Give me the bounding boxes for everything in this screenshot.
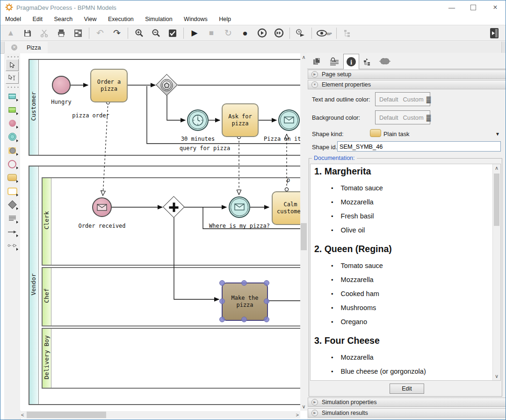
message-start-event-order-received[interactable] — [92, 197, 112, 217]
shape-kind-value[interactable]: Plain task — [383, 130, 409, 138]
tab-close-icon[interactable]: ✕ — [11, 44, 17, 51]
selection-handle[interactable] — [264, 280, 269, 286]
undo-icon[interactable]: ↶ — [93, 27, 107, 39]
panel-tab-search-text[interactable] — [326, 54, 342, 68]
documentation-viewer[interactable]: 1. Margherita Tomato sauce Mozzarella Fr… — [310, 164, 501, 381]
move-up-icon[interactable]: ▲ — [4, 27, 18, 39]
section-simulation-properties[interactable]: ▶ Simulation properties — [308, 398, 506, 407]
redo-icon[interactable]: ↷ — [110, 27, 124, 39]
selection-handle[interactable] — [241, 280, 247, 286]
task-ask-for-pizza[interactable]: Ask for pizza — [222, 103, 259, 137]
record-icon[interactable]: ● — [238, 27, 252, 39]
scroll-left-icon[interactable]: < — [21, 412, 24, 418]
panel-tab-info[interactable]: i — [343, 54, 359, 69]
scroll-up-icon[interactable]: ∧ — [300, 54, 307, 60]
shape-kind-dropdown-icon[interactable]: ▼ — [495, 131, 500, 137]
section-page-setup[interactable]: ▶ Page setup — [308, 70, 506, 79]
canvas-vscrollbar[interactable]: ∧ ∨ — [300, 53, 307, 411]
menu-windows[interactable]: Windows — [179, 14, 212, 22]
palette-lane-shape[interactable] — [5, 103, 19, 116]
palette-intermediate-event-shape[interactable] — [5, 130, 19, 144]
palette-end-event-shape[interactable] — [5, 157, 19, 171]
default-button[interactable]: Default — [379, 114, 398, 121]
maximize-button[interactable] — [466, 2, 480, 13]
step-over-icon[interactable] — [272, 27, 286, 39]
section-element-properties[interactable]: ▼ Element properties — [308, 80, 506, 89]
hscroll-thumb[interactable] — [27, 412, 106, 418]
toggle-panel-icon[interactable] — [487, 27, 501, 39]
close-button[interactable]: × — [488, 2, 502, 13]
palette-task-shape[interactable] — [5, 171, 19, 184]
text-select-tool-button[interactable] — [6, 72, 19, 84]
menu-execution[interactable]: Execution — [103, 14, 138, 22]
palette-annotation-shape[interactable] — [5, 211, 19, 225]
default-button[interactable]: Default — [379, 96, 398, 103]
menu-help[interactable]: Help — [214, 14, 236, 22]
documentation-scrollbar[interactable]: ∧ ∨ — [492, 164, 500, 380]
check-model-icon[interactable] — [166, 27, 180, 39]
selection-handle[interactable] — [241, 317, 247, 322]
palette-pool-shape[interactable] — [5, 89, 19, 103]
timed-run-icon[interactable] — [294, 27, 308, 39]
message-event-pizza-on-way[interactable] — [278, 109, 300, 131]
stop-icon[interactable]: ■ — [204, 27, 218, 39]
selection-handle[interactable] — [219, 298, 225, 304]
scroll-up-icon[interactable]: ∧ — [493, 165, 500, 171]
background-color-buttons[interactable]: Default Custom ▓ — [375, 110, 430, 124]
save-icon[interactable] — [21, 27, 35, 39]
text-outline-color-buttons[interactable]: Default Custom ▓ — [375, 92, 430, 106]
menu-edit[interactable]: Edit — [28, 14, 48, 22]
zoom-in-icon[interactable] — [132, 27, 146, 39]
selection-handle[interactable] — [264, 317, 269, 322]
edit-button[interactable]: Edit — [390, 384, 424, 394]
cut-icon[interactable] — [37, 27, 51, 39]
run-icon[interactable]: ▶ — [188, 27, 202, 39]
panel-tab-symbol[interactable] — [377, 54, 393, 68]
menu-model[interactable]: Model — [0, 14, 26, 22]
tab-pizza[interactable]: ✕ Pizza — [5, 42, 48, 53]
task-calm-customer[interactable]: Calm customer — [272, 191, 300, 225]
selection-handle[interactable] — [264, 298, 269, 304]
custom-button[interactable]: Custom — [403, 114, 424, 121]
scroll-down-icon[interactable]: ∨ — [300, 404, 307, 410]
title-bar: PragmaDev Process - BPMN Models — × — [0, 0, 506, 14]
section-simulation-results[interactable]: ▶ Simulation results — [308, 408, 506, 418]
shape-kind-swatch — [370, 129, 381, 137]
panel-tab-tree[interactable] — [360, 54, 376, 68]
timer-event-30-minutes[interactable] — [187, 109, 209, 131]
selection-handle[interactable] — [219, 280, 225, 286]
minimize-button[interactable]: — — [445, 2, 459, 13]
panel-tab-pages[interactable] — [310, 54, 325, 68]
palette-gateway-shape[interactable] — [5, 198, 19, 211]
palette-message-flow-shape[interactable] — [5, 239, 19, 252]
scroll-down-icon[interactable]: ∨ — [493, 373, 500, 379]
step-into-icon[interactable] — [255, 27, 269, 39]
palette-task-outline-shape[interactable] — [5, 184, 19, 198]
bpmn-view-icon[interactable]: BP — [316, 27, 333, 39]
zoom-out-icon[interactable] — [149, 27, 163, 39]
palette-start-event-shape[interactable] — [5, 116, 19, 130]
menu-search[interactable]: Search — [50, 14, 78, 22]
menu-simulation[interactable]: Simulation — [140, 14, 177, 22]
shape-id-input[interactable] — [337, 141, 501, 152]
vscroll-thumb[interactable] — [301, 223, 307, 250]
doc-scroll-thumb[interactable] — [494, 174, 499, 226]
print-icon[interactable] — [54, 27, 68, 39]
export-diagram-icon[interactable] — [71, 27, 85, 39]
menu-view[interactable]: View — [80, 14, 101, 22]
select-tool-button[interactable] — [6, 59, 19, 71]
palette-task-marker-shape[interactable] — [5, 144, 19, 157]
palette-sequence-flow-shape[interactable] — [5, 225, 19, 239]
diagram-canvas[interactable]: Customer Vendor Clerk Chef Delivery Boy — [20, 53, 300, 411]
restart-icon[interactable]: ↻ — [221, 27, 235, 39]
tabbar-scroll-strip[interactable] — [501, 42, 506, 53]
task-order-a-pizza[interactable]: Order a pizza — [90, 69, 128, 102]
start-event-hungry[interactable] — [52, 76, 71, 94]
message-event-where-is-my-pizza[interactable] — [229, 196, 250, 218]
scroll-right-icon[interactable]: > — [296, 412, 299, 418]
task-make-the-pizza[interactable]: Make the pizza — [222, 282, 268, 321]
custom-button[interactable]: Custom — [403, 96, 424, 103]
selection-handle[interactable] — [219, 317, 225, 322]
canvas-hscrollbar[interactable]: < > — [20, 411, 300, 419]
tree-export-icon[interactable] — [340, 27, 354, 39]
